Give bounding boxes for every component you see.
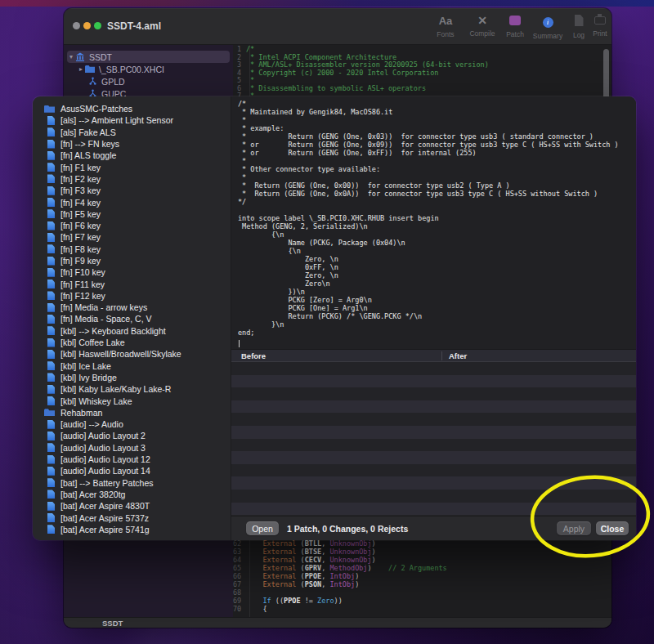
patch-list-item[interactable]: [fn] F5 key (33, 208, 231, 220)
patch-item-icon (47, 315, 55, 324)
patch-list-item[interactable]: [audio] Audio Layout 12 (33, 454, 231, 465)
patch-list-item[interactable]: [kbl] Ice Lake (33, 360, 231, 372)
patch-list-item[interactable]: [bat] --> Battery Patches (33, 477, 231, 489)
patch-list-item[interactable]: [kbl] Coffee Lake (33, 337, 231, 348)
patch-list-item[interactable]: [als] --> Ambient Light Sensor (33, 114, 231, 126)
patch-item-label: [audio] --> Audio (60, 419, 123, 429)
patch-item-label: [fn] F1 key (60, 163, 101, 172)
patch-list-item[interactable]: [bat] Acer Aspire 5737z (33, 512, 231, 523)
patch-item-label: [fn] F11 key (60, 280, 105, 289)
sidebar-item-label: SSDT (89, 52, 112, 62)
patch-list-item[interactable]: [kbl] Haswell/Broadwell/Skylake (33, 348, 231, 360)
chevron-right-icon[interactable]: ▸ (77, 65, 85, 73)
patch-item-icon (47, 268, 55, 277)
patch-item-label: [fn] ALS toggle (60, 150, 116, 160)
patch-list-item[interactable]: [audio] Audio Layout 3 (33, 442, 231, 454)
patch-item-label: [kbl] Ivy Bridge (60, 373, 117, 382)
patch-list-item[interactable]: [fn] Media - Space, C, V (33, 313, 231, 324)
patch-list-item[interactable]: [fn] F2 key (33, 173, 231, 185)
patch-list-item[interactable]: [bat] Acer 3820tg (33, 489, 231, 500)
sidebar-item-ssdt[interactable]: ▾ SSDT (67, 51, 230, 63)
patch-item-label: [audio] Audio Layout 2 (60, 431, 146, 441)
patch-item-label: [fn] Media - Space, C, V (60, 314, 151, 324)
patch-dialog: AsusSMC-Patches [als] --> Ambient Light … (33, 96, 636, 540)
patch-list-item[interactable]: [kbl] --> Keyboard Backlight (33, 325, 231, 337)
apply-button[interactable]: Apply (557, 521, 591, 535)
patch-list-item[interactable]: [fn] F8 key (33, 244, 231, 255)
patch-item-icon (47, 257, 55, 266)
patch-list-item[interactable]: [kbl] Whiskey Lake (33, 395, 231, 406)
toolbar-patch-button[interactable]: Patch (497, 13, 533, 38)
patch-list-item[interactable]: [fn] F1 key (33, 161, 231, 172)
patch-item-icon (47, 513, 55, 522)
code-line: 4 * Copyright (c) 2000 - 2020 Intel Corp… (233, 69, 611, 77)
patch-list-item[interactable]: [fn] F9 key (33, 255, 231, 266)
minimize-window-button[interactable] (83, 22, 91, 29)
patch-list-item[interactable]: [fn] F7 key (33, 231, 231, 243)
patch-list[interactable]: AsusSMC-Patches [als] --> Ambient Light … (33, 96, 231, 540)
patch-list-item[interactable]: [fn] --> FN keys (33, 138, 231, 150)
patch-list-item[interactable]: [fn] F4 key (33, 196, 231, 208)
patch-list-item[interactable]: [bat] Acer Aspire 4830T (33, 500, 231, 512)
patch-item-icon (47, 127, 55, 136)
close-button[interactable]: Close (596, 521, 629, 535)
patch-list-item[interactable]: AsusSMC-Patches (33, 103, 231, 114)
scope-folder-icon (85, 65, 95, 73)
before-column-header[interactable]: Before (231, 351, 442, 360)
patch-list-item[interactable]: [fn] F6 key (33, 220, 231, 231)
code-line: 65 External (GPRV, MethodObj) // 2 Argum… (233, 564, 611, 572)
toolbar-fonts-button[interactable]: Aa Fonts (428, 13, 464, 38)
close-window-button[interactable] (73, 22, 80, 29)
dialog-footer: Open 1 Patch, 0 Changes, 0 Rejects Apply… (231, 516, 636, 540)
patch-item-icon (47, 209, 55, 218)
patch-item-label: [bat] Acer Aspire 5741g (60, 525, 150, 534)
patch-item-label: [bat] Acer 3820tg (60, 490, 125, 499)
patch-list-item[interactable]: Rehabman (33, 407, 231, 418)
code-line: 2 * Intel ACPI Component Architecture (233, 53, 611, 61)
patch-list-item[interactable]: [audio] Audio Layout 14 (33, 465, 231, 476)
patch-item-icon (47, 373, 55, 382)
patch-text-area[interactable]: /* * Maintained by Gengik84, MacOS86.it … (231, 96, 636, 349)
patch-list-item[interactable]: [fn] Media - arrow keys (33, 302, 231, 313)
patch-list-item[interactable]: [fn] F10 key (33, 266, 231, 278)
zoom-window-button[interactable] (94, 22, 101, 29)
patch-list-item[interactable]: [kbl] Kaby Lake/Kaby Lake-R (33, 383, 231, 395)
after-column-header[interactable]: After (442, 351, 467, 360)
text-cursor (239, 340, 240, 347)
toolbar-compile-button[interactable]: ✕ Compile (464, 13, 500, 38)
sidebar-item-gpld[interactable]: GPLD (67, 75, 230, 87)
patch-item-icon (47, 490, 55, 499)
patch-item-icon (47, 525, 55, 534)
patch-list-item[interactable]: [fn] F3 key (33, 185, 231, 196)
diff-table: Before After (231, 349, 636, 516)
open-button[interactable]: Open (246, 521, 279, 535)
patch-item-label: Rehabman (60, 408, 102, 418)
patch-status-text: 1 Patch, 0 Changes, 0 Rejects (287, 524, 408, 534)
patch-item-icon (47, 140, 55, 149)
code-line: 63 External (BTSE, UnknownObj) (233, 548, 611, 556)
summary-info-icon: i (543, 17, 553, 28)
patch-list-item[interactable]: [fn] F12 key (33, 290, 231, 302)
patch-list-item[interactable]: [kbl] Ivy Bridge (33, 372, 231, 383)
fonts-icon: Aa (439, 15, 453, 27)
patch-list-item[interactable]: [bat] Acer Aspire 5741g (33, 524, 231, 535)
sidebar-item-xhci[interactable]: ▸ \_SB.PC00.XHCI (67, 63, 230, 75)
chevron-down-icon[interactable]: ▾ (67, 53, 75, 60)
patch-item-label: [audio] Audio Layout 14 (60, 466, 150, 476)
patch-list-item[interactable]: [audio] Audio Layout 2 (33, 430, 231, 441)
editor-bottom-lines: 62 External (BTLL, UnknownObj) 63 Extern… (233, 539, 611, 613)
code-line: 5 * (233, 76, 611, 84)
titlebar[interactable]: SSDT-4.aml Aa Fonts ✕ Compile Patch i Su… (64, 8, 611, 45)
toolbar-print-button[interactable]: Print (582, 13, 611, 38)
patch-list-item[interactable]: [audio] --> Audio (33, 418, 231, 430)
patch-item-icon (47, 385, 55, 394)
patch-item-label: [fn] F3 key (60, 186, 101, 195)
patch-item-icon (47, 455, 55, 464)
patch-list-item[interactable]: [fn] F11 key (33, 278, 231, 289)
patch-list-item[interactable]: [fn] ALS toggle (33, 150, 231, 161)
code-line: 68 (233, 588, 611, 597)
patch-item-label: [fn] --> FN keys (60, 139, 119, 149)
patch-list-item[interactable]: [als] Fake ALS (33, 127, 231, 138)
diff-table-header: Before After (231, 349, 636, 362)
diff-table-body[interactable] (231, 362, 636, 516)
